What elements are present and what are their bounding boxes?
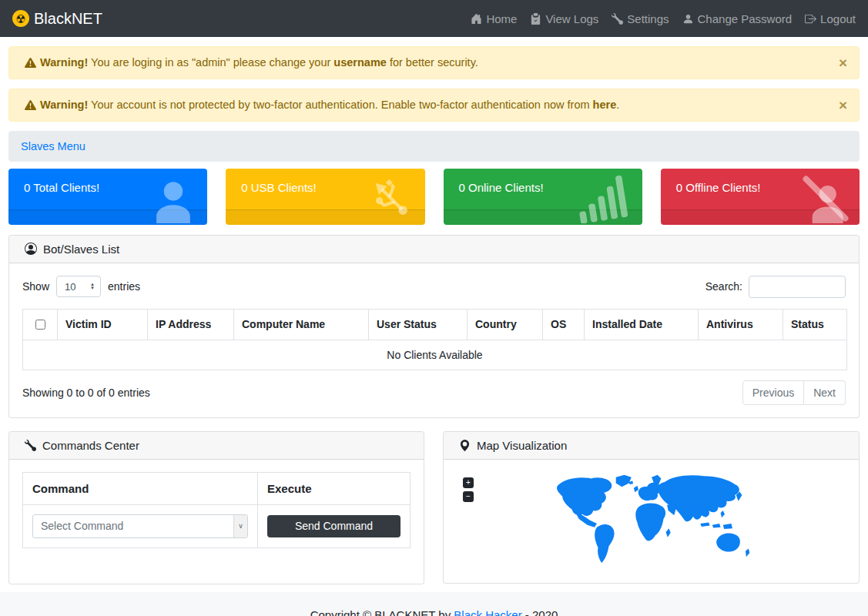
card-title: Bot/Slaves List <box>43 243 119 256</box>
table-info: Showing 0 to 0 of 0 entries <box>22 387 150 399</box>
bots-table: Victim ID IP Address Computer Name User … <box>22 309 847 370</box>
next-page-button[interactable]: Next <box>804 380 846 405</box>
show-label: Show <box>22 280 49 293</box>
nav-label: View Logs <box>545 12 598 25</box>
nav-links: Home View Logs Settings Change Password … <box>457 12 856 25</box>
nav-item-settings[interactable]: Settings <box>612 12 669 25</box>
person-circle-icon <box>25 243 37 255</box>
map-region-new-zealand <box>746 548 749 557</box>
close-icon[interactable]: × <box>839 98 847 112</box>
map-region-philippines <box>720 511 724 517</box>
bots-list-header: Bot/Slaves List <box>9 236 859 263</box>
nav-item-home[interactable]: Home <box>471 12 517 25</box>
select-arrows-icon: ▲▼ <box>90 283 95 290</box>
nav-label: Change Password <box>698 12 793 25</box>
author-link[interactable]: Black.Hacker <box>454 608 521 616</box>
card-title: Map Visualization <box>477 439 567 452</box>
brand-link[interactable]: ☢ BlackNET <box>12 10 102 28</box>
send-command-button[interactable]: Send Command <box>267 515 400 537</box>
enable-2fa-link[interactable]: here <box>593 99 617 111</box>
stat-label: 0 USB Clients! <box>241 181 317 194</box>
column-header-os: OS <box>543 309 585 340</box>
footer-text: - 2020 <box>522 608 558 616</box>
map-region-europe <box>638 482 660 500</box>
footer-text: Copyright © BLACKNET by <box>310 608 454 616</box>
usb-icon <box>367 174 416 223</box>
logs-icon <box>530 13 541 25</box>
empty-row: No Clients Available <box>23 340 847 370</box>
stat-card-online-clients: 0 Online Clients! <box>444 169 642 225</box>
nav-item-view-logs[interactable]: View Logs <box>530 12 598 25</box>
column-header-antivirus: Antivirus <box>699 309 783 340</box>
map-region-madagascar <box>665 528 670 537</box>
warning-triangle-icon <box>25 99 36 111</box>
brand-label: BlackNET <box>34 10 102 28</box>
wrench-icon <box>612 13 623 25</box>
command-select-value: Select Command <box>41 520 123 532</box>
page-length-select[interactable]: 10 ▲▼ <box>56 276 101 297</box>
nav-label: Settings <box>627 12 669 25</box>
signal-bars-icon <box>575 174 633 223</box>
column-header-user-status: User Status <box>369 309 468 340</box>
breadcrumb-link-slaves-menu[interactable]: Slaves Menu <box>21 140 85 152</box>
alert-text: You are loging in as "admin" please chan… <box>88 56 333 69</box>
chevron-down-icon: ∨ <box>233 515 247 537</box>
map-zoom-controls: + − <box>463 477 474 502</box>
warning-triangle-icon <box>25 57 36 69</box>
bots-list-card: Bot/Slaves List Show 10 ▲▼ entries Searc… <box>8 235 860 418</box>
close-icon[interactable]: × <box>839 55 847 70</box>
column-header-installed-date: Installed Date <box>585 309 699 340</box>
alert-text: for better security. <box>387 56 478 69</box>
stat-card-usb-clients: 0 USB Clients! <box>226 169 424 225</box>
map-region-indonesia-2 <box>712 524 720 527</box>
column-header-status: Status <box>783 309 847 340</box>
home-icon <box>471 13 482 25</box>
breadcrumb: Slaves Menu <box>8 131 860 162</box>
map-region-africa <box>635 503 665 541</box>
nav-item-logout[interactable]: Logout <box>805 12 856 25</box>
map-region-uk <box>633 485 638 491</box>
nav-label: Home <box>486 12 517 25</box>
user-slash-icon <box>801 174 850 223</box>
radiation-icon: ☢ <box>12 10 29 27</box>
stat-label: 0 Online Clients! <box>459 181 544 194</box>
zoom-in-button[interactable]: + <box>463 477 474 488</box>
search-input[interactable] <box>749 276 846 298</box>
footer: Copyright © BLACKNET by Black.Hacker - 2… <box>0 592 868 616</box>
nav-item-change-password[interactable]: Change Password <box>682 12 793 25</box>
column-header-execute: Execute <box>258 472 411 504</box>
table-header-row: Victim ID IP Address Computer Name User … <box>23 309 847 340</box>
map-visualization-card: Map Visualization + − <box>443 431 860 584</box>
warning-alert-2fa: Warning! Your account is not protected b… <box>8 89 860 122</box>
previous-page-button[interactable]: Previous <box>742 380 804 405</box>
nav-label: Logout <box>820 12 856 25</box>
page-length-control: Show 10 ▲▼ entries <box>22 276 140 297</box>
pagination: Previous Next <box>742 380 846 405</box>
map-region-north-america <box>556 477 611 516</box>
zoom-out-button[interactable]: − <box>463 491 474 502</box>
stat-label: 0 Offline Clients! <box>676 181 761 194</box>
commands-center-header: Commands Center <box>9 432 424 460</box>
stat-label: 0 Total Clients! <box>24 181 99 194</box>
map-header: Map Visualization <box>444 432 859 460</box>
map-region-south-america <box>595 524 614 563</box>
world-map[interactable] <box>545 467 759 575</box>
logout-icon <box>805 13 816 25</box>
map-body: + − <box>444 460 859 583</box>
alert-prefix: Warning! <box>40 56 88 69</box>
command-select[interactable]: Select Command ∨ <box>32 514 248 538</box>
map-region-australia <box>716 533 740 551</box>
warning-alert-username: Warning! You are loging in as "admin" pl… <box>8 46 860 79</box>
entries-label: entries <box>108 280 140 293</box>
map-region-new-guinea <box>722 524 732 529</box>
map-region-indonesia-1 <box>700 522 709 526</box>
column-header-ip-address: IP Address <box>148 309 234 340</box>
wrench-icon <box>25 440 36 451</box>
person-icon <box>682 13 694 25</box>
select-all-checkbox[interactable] <box>35 320 45 330</box>
users-icon <box>149 174 198 223</box>
column-header-command: Command <box>23 472 258 504</box>
stats-row: 0 Total Clients! 0 USB Clients! 0 On <box>8 169 860 225</box>
stat-card-total-clients: 0 Total Clients! <box>8 169 207 225</box>
map-region-arabia <box>667 504 676 515</box>
